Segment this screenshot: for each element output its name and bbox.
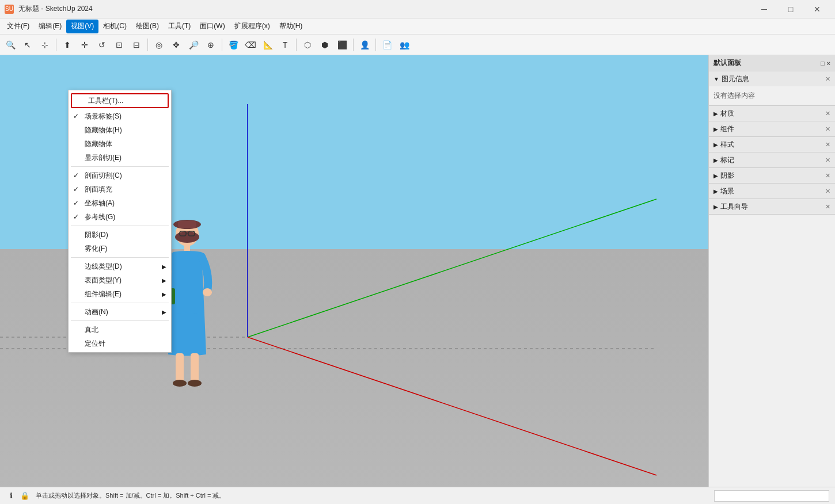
account-btn[interactable]: 👥 (396, 37, 412, 53)
measure-tool[interactable]: 📐 (260, 37, 276, 53)
shadows-item[interactable]: 阴影(D) (69, 228, 171, 242)
section-fill-item[interactable]: ✓ 剖面填充 (69, 182, 171, 196)
menu-edit[interactable]: 编辑(E) (34, 20, 66, 33)
scenes-header[interactable]: ▶ 场景 ✕ (709, 184, 835, 198)
scene-tabs-item[interactable]: ✓ 场景标签(S) (69, 109, 171, 123)
measurement-input[interactable] (714, 490, 829, 502)
lock-icon[interactable]: 🔒 (20, 491, 30, 501)
svg-line-1 (248, 337, 656, 475)
shadows-panel-chevron: ▶ (713, 173, 718, 179)
minimize-button[interactable]: ─ (751, 0, 777, 18)
close-button[interactable]: ✕ (804, 0, 830, 18)
axes-item[interactable]: ✓ 坐标轴(A) (69, 196, 171, 210)
components-close[interactable]: ✕ (825, 125, 830, 133)
component-edit-item[interactable]: 组件编辑(E) ▶ (69, 287, 171, 301)
entity-chevron: ▼ (713, 76, 719, 82)
edge-type-item[interactable]: 边线类型(D) ▶ (69, 259, 171, 273)
tags-header[interactable]: ▶ 标记 ✕ (709, 152, 835, 167)
toolbar-menu-item[interactable]: 工具栏(T)... (71, 93, 169, 108)
styles-chevron: ▶ (713, 142, 718, 148)
panel-maximize-btn[interactable]: □ (821, 60, 825, 67)
true-north-item[interactable]: 真北 (69, 323, 171, 337)
guides-item[interactable]: ✓ 参考线(G) (69, 210, 171, 224)
viewport[interactable]: 工具栏(T)... ✓ 场景标签(S) 隐藏物体(H) 隐藏物体 显示剖切(E) (0, 55, 708, 487)
erase-tool[interactable]: ⌫ (242, 37, 259, 53)
entity-info-content: 没有选择内容 (709, 86, 835, 105)
panel-header: 默认面板 □ × (709, 55, 835, 71)
toolbar-sep-6 (375, 39, 376, 51)
toolbar-sep-3 (222, 39, 222, 51)
pan-tool[interactable]: ✥ (168, 37, 184, 53)
materials-close[interactable]: ✕ (825, 110, 830, 117)
solid-tool[interactable]: ⬛ (334, 37, 350, 53)
menu-draw[interactable]: 绘图(B) (131, 20, 164, 33)
main-area: 工具栏(T)... ✓ 场景标签(S) 隐藏物体(H) 隐藏物体 显示剖切(E) (0, 55, 835, 487)
push-pull-tool[interactable]: ⬆ (59, 37, 75, 53)
components-header[interactable]: ▶ 组件 ✕ (709, 121, 835, 136)
svg-point-17 (173, 380, 187, 387)
select-tool[interactable]: ↖ (20, 37, 36, 53)
panel-close-btn[interactable]: × (827, 60, 830, 67)
panel-controls: □ × (821, 60, 830, 67)
styles-label: 样式 (720, 140, 734, 150)
entity-info-header[interactable]: ▼ 图元信息 ✕ (709, 71, 835, 86)
zoom-ext-tool[interactable]: ⊕ (203, 37, 219, 53)
zoom-tool[interactable]: 🔎 (185, 37, 202, 53)
select2-tool[interactable]: ⊹ (37, 37, 53, 53)
materials-header[interactable]: ▶ 材质 ✕ (709, 106, 835, 121)
search-button[interactable]: 🔍 (2, 37, 18, 53)
maximize-button[interactable]: □ (777, 0, 804, 18)
doc-btn[interactable]: 📄 (379, 37, 395, 53)
instructor-close[interactable]: ✕ (825, 203, 830, 211)
styles-header[interactable]: ▶ 样式 ✕ (709, 137, 835, 152)
info-icon[interactable]: ℹ (6, 491, 16, 501)
section-cut-item[interactable]: ✓ 剖面切割(C) (69, 169, 171, 182)
shadows-panel-close[interactable]: ✕ (825, 172, 830, 180)
statusbar: ℹ 🔒 单击或拖动以选择对象。Shift = 加/减。Ctrl = 加。Shif… (0, 487, 835, 504)
status-right (714, 490, 829, 502)
instructor-header[interactable]: ▶ 工具向导 ✕ (709, 199, 835, 214)
fog-item[interactable]: 雾化(F) (69, 242, 171, 255)
window-title: 无标题 - SketchUp 2024 (18, 4, 93, 14)
menubar: 文件(F) 编辑(E) 视图(V) 相机(C) 绘图(B) 工具(T) 面口(W… (0, 18, 835, 35)
app-icon: SU (5, 5, 14, 14)
animation-item[interactable]: 动画(N) ▶ (69, 305, 171, 319)
component-tool[interactable]: ⬡ (299, 37, 316, 53)
tags-chevron: ▶ (713, 157, 718, 163)
offset-tool[interactable]: ⊟ (128, 37, 145, 53)
svg-rect-15 (176, 353, 184, 382)
group-tool[interactable]: ⬢ (317, 37, 333, 53)
paint-tool[interactable]: 🪣 (225, 37, 241, 53)
menu-sep-3 (71, 257, 169, 258)
shadows-panel-header[interactable]: ▶ 阴影 ✕ (709, 168, 835, 183)
menu-view[interactable]: 视图(V) (66, 20, 98, 33)
text-tool[interactable]: T (277, 37, 293, 53)
menu-window[interactable]: 面口(W) (195, 20, 229, 33)
tags-close[interactable]: ✕ (825, 156, 830, 164)
scale-tool[interactable]: ⊡ (111, 37, 127, 53)
rotate-tool[interactable]: ↺ (94, 37, 110, 53)
location-pin-item[interactable]: 定位针 (69, 337, 171, 350)
scenes-label: 场景 (720, 186, 734, 196)
tags-section: ▶ 标记 ✕ (709, 152, 835, 168)
hidden-geometry-item[interactable]: 隐藏物体(H) (69, 123, 171, 137)
person-icon-btn[interactable]: 👤 (356, 37, 373, 53)
menu-help[interactable]: 帮助(H) (275, 20, 308, 33)
entity-info-close[interactable]: ✕ (825, 75, 830, 83)
menu-sep-2 (71, 226, 169, 226)
scenes-close[interactable]: ✕ (825, 188, 830, 195)
menu-file[interactable]: 文件(F) (2, 20, 34, 33)
face-type-item[interactable]: 表面类型(Y) ▶ (69, 273, 171, 287)
show-section-item[interactable]: 显示剖切(E) (69, 151, 171, 165)
menu-camera[interactable]: 相机(C) (98, 20, 131, 33)
orbit-tool[interactable]: ◎ (151, 37, 167, 53)
styles-close[interactable]: ✕ (825, 141, 830, 148)
menu-tools[interactable]: 工具(T) (164, 20, 195, 33)
toolbar-sep-2 (147, 39, 148, 51)
move-tool[interactable]: ✛ (77, 37, 93, 53)
toolbar-sep-5 (353, 39, 354, 51)
menu-extensions[interactable]: 扩展程序(x) (230, 20, 275, 33)
panel-title: 默认面板 (713, 58, 741, 68)
scenes-section: ▶ 场景 ✕ (709, 184, 835, 199)
hidden-objects-item[interactable]: 隐藏物体 (69, 137, 171, 151)
